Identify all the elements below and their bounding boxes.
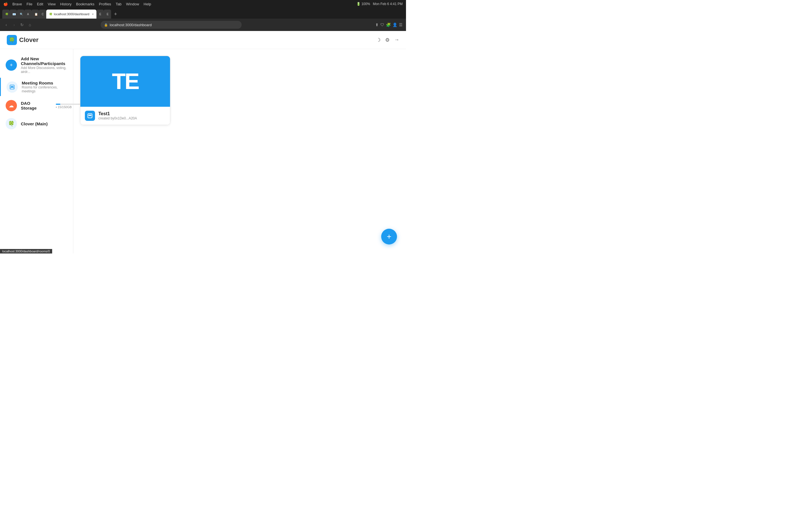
battery: 🔋 100% — [356, 2, 370, 6]
browser-tab-bar: 🍀 📧 🔍 A 📋 C 🍀 localhost:3000/dashboard ×… — [0, 8, 406, 18]
help-menu[interactable]: Help — [144, 2, 151, 6]
profiles-menu[interactable]: Profiles — [99, 2, 111, 6]
active-tab-label: localhost:3000/dashboard — [54, 12, 89, 16]
address-bar-right: ⬆ 🛡 🧩 👤 ☰ — [375, 22, 403, 27]
sidebar-item-storage[interactable]: ☁ DAO Storage • 15/150GB — [0, 97, 73, 114]
sidebar-add-label: Add New Channels/Participants — [21, 56, 67, 66]
browser-address-bar: ‹ › ↻ ⌂ 🔒 localhost:3000/dashboard ⬆ 🛡 🧩… — [0, 18, 406, 31]
svg-point-2 — [12, 86, 13, 87]
view-menu[interactable]: View — [48, 2, 56, 6]
clover-main-icon: 🍀 — [6, 118, 17, 129]
storage-top: ☁ DAO Storage — [6, 100, 37, 111]
url-input[interactable]: 🔒 localhost:3000/dashboard — [101, 21, 242, 29]
mac-menu: 🍎 Brave File Edit View History Bookmarks… — [3, 2, 151, 6]
room-creator: created by0x1De0...A20A — [98, 116, 137, 120]
sidebar-meeting-text: Meeting Rooms Rooms for conferences, mee… — [22, 80, 67, 93]
logo-text: Clover — [19, 36, 38, 44]
logo-icon: 🍀 — [7, 35, 17, 45]
new-tab-button[interactable]: + — [111, 10, 119, 18]
logo-emoji: 🍀 — [9, 37, 15, 43]
room-name: Test1 — [98, 111, 137, 116]
datetime: Mon Feb 6 4:41 PM — [373, 2, 403, 6]
room-card[interactable]: TE Test1 created by0x1De0...A20A — [80, 56, 170, 125]
sidebar-item-clover-main[interactable]: 🍀 Clover (Main) — [0, 115, 73, 132]
room-card-banner: TE — [80, 56, 170, 107]
mac-status: 🔋 100% Mon Feb 6 4:41 PM — [356, 2, 403, 6]
back-button[interactable]: ‹ — [3, 22, 9, 27]
profile-icon[interactable]: 👤 — [393, 22, 397, 27]
svg-point-4 — [89, 115, 90, 116]
sidebar: + Add New Channels/Participants Add More… — [0, 49, 73, 253]
lock-icon: 🔒 — [104, 23, 108, 27]
forward-button[interactable]: › — [11, 22, 17, 27]
sidebar-clover-label: Clover (Main) — [21, 121, 48, 126]
browser-tab-other-8[interactable]: E — [104, 10, 111, 18]
logo-area: 🍀 Clover — [7, 35, 38, 45]
main-layout: + Add New Channels/Participants Add More… — [0, 49, 406, 253]
rooms-grid: TE Test1 created by0x1De0...A20A — [80, 56, 399, 125]
file-menu[interactable]: File — [27, 2, 33, 6]
apple-logo: 🍎 — [3, 2, 8, 6]
browser-tab-other-4[interactable]: A — [24, 10, 32, 18]
svg-rect-0 — [10, 85, 14, 89]
svg-rect-3 — [88, 114, 92, 118]
shield-icon[interactable]: 🛡 — [380, 22, 384, 27]
app-header: 🍀 Clover ☽ ⚙ → — [0, 31, 406, 49]
sidebar-add-text: Add New Channels/Participants Add More D… — [21, 56, 67, 74]
fab-icon: + — [387, 232, 391, 241]
url-text: localhost:3000/dashboard — [110, 23, 152, 27]
brave-menu[interactable]: Brave — [12, 2, 22, 6]
reload-button[interactable]: ↻ — [19, 22, 25, 27]
svg-point-5 — [90, 115, 91, 116]
share-icon[interactable]: ⬆ — [375, 22, 378, 27]
close-tab-icon[interactable]: × — [92, 12, 94, 16]
extensions-icon[interactable]: 🧩 — [386, 22, 391, 27]
svg-point-1 — [11, 86, 12, 87]
room-text: Test1 created by0x1De0...A20A — [98, 111, 137, 120]
history-menu[interactable]: History — [60, 2, 71, 6]
tab-menu[interactable]: Tab — [116, 2, 121, 6]
storage-bar-fill — [56, 104, 60, 105]
sidebar-item-meeting[interactable]: Meeting Rooms Rooms for conferences, mee… — [0, 78, 73, 96]
sidebar-add-sublabel: Add More Discussions, voting, airdr... — [21, 66, 67, 74]
meeting-icon — [6, 81, 18, 93]
bookmarks-menu[interactable]: Bookmarks — [76, 2, 94, 6]
browser-tab-other-7[interactable]: E — [96, 10, 104, 18]
mac-os-bar: 🍎 Brave File Edit View History Bookmarks… — [0, 0, 406, 8]
home-button[interactable]: ⌂ — [27, 22, 33, 27]
fab-button[interactable]: + — [381, 229, 397, 244]
status-tooltip: localhost:3000/dashboard/rooms/0 — [0, 249, 52, 253]
header-actions: ☽ ⚙ → — [376, 37, 399, 43]
app-container: 🍀 Clover ☽ ⚙ → + Add New Channels/Partic… — [0, 31, 406, 253]
content-area: TE Test1 created by0x1De0...A20A — [73, 49, 406, 253]
status-url: localhost:3000/dashboard/rooms/0 — [2, 249, 50, 253]
window-menu[interactable]: Window — [126, 2, 139, 6]
browser-tab-other-2[interactable]: 📧 — [10, 10, 17, 18]
sidebar-item-add[interactable]: + Add New Channels/Participants Add More… — [0, 54, 73, 76]
sidebar-meeting-label: Meeting Rooms — [22, 80, 67, 86]
add-icon: + — [6, 59, 17, 71]
browser-tab-active[interactable]: 🍀 localhost:3000/dashboard × — [46, 10, 96, 18]
browser-tab-other-3[interactable]: 🔍 — [17, 10, 24, 18]
room-initials: TE — [112, 68, 139, 94]
browser-tab-other-1[interactable]: 🍀 — [2, 10, 10, 18]
storage-icon: ☁ — [6, 100, 17, 111]
edit-menu[interactable]: Edit — [37, 2, 43, 6]
sidebar-meeting-sublabel: Rooms for conferences, meetings — [22, 86, 67, 93]
logout-icon[interactable]: → — [394, 37, 399, 43]
browser-tab-other-5[interactable]: 📋 — [32, 10, 39, 18]
room-card-info: Test1 created by0x1De0...A20A — [80, 107, 170, 125]
room-avatar — [85, 111, 95, 121]
settings-icon[interactable]: ⚙ — [385, 37, 390, 43]
sidebar-storage-label: DAO Storage — [21, 101, 37, 110]
menu-icon[interactable]: ☰ — [399, 22, 403, 27]
dark-mode-icon[interactable]: ☽ — [376, 37, 380, 43]
browser-tab-other-6[interactable]: C — [39, 10, 46, 18]
